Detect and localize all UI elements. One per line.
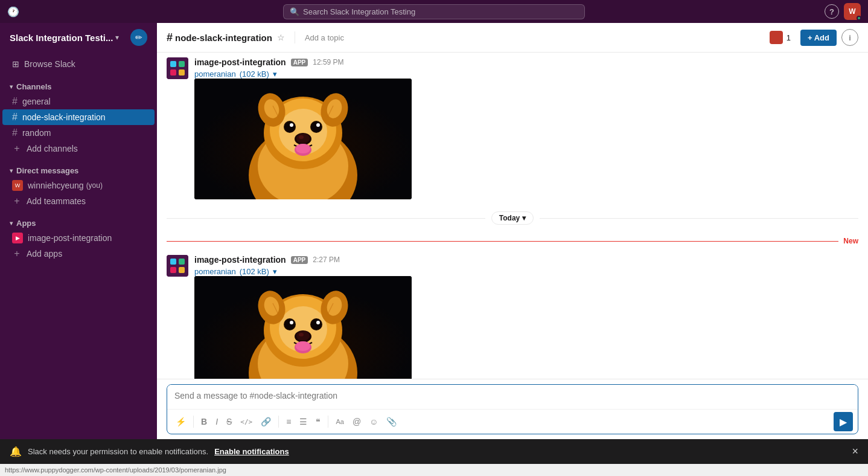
avatar-inner-2 <box>167 255 188 277</box>
channel-header-right: 1 + Add i <box>765 28 858 47</box>
message-area[interactable]: image-post-integration APP 12:59 PM pome… <box>157 53 868 379</box>
message-sender-2[interactable]: image-post-integration <box>194 255 286 265</box>
sidebar-item-add-apps[interactable]: + Add apps <box>2 246 155 262</box>
you-tag: (you) <box>86 181 103 190</box>
user-avatar[interactable]: W <box>844 3 861 20</box>
help-button[interactable]: ? <box>825 4 839 19</box>
sidebar-item-add-channels[interactable]: + Add channels <box>2 141 155 156</box>
message-input[interactable] <box>167 385 858 407</box>
sidebar-item-winniehcyeung[interactable]: W winniehcyeung (you) <box>2 178 155 193</box>
svg-point-51 <box>311 320 321 329</box>
input-box: ⚡ B I S </> 🔗 ≡ ☰ ❝ Aa @ ☺ 📎 <box>167 384 858 434</box>
enable-notifications-link[interactable]: Enable notifications <box>214 447 289 456</box>
plus-icon-apps: + <box>12 248 22 259</box>
message-image-2[interactable] <box>194 276 412 379</box>
lightning-button[interactable]: ⚡ <box>172 414 190 429</box>
members-button[interactable]: 1 <box>765 28 796 47</box>
svg-rect-0 <box>167 57 188 79</box>
notification-close-button[interactable]: × <box>852 445 858 458</box>
sidebar-item-browse-slack[interactable]: ⊞ Browse Slack <box>2 54 155 74</box>
browse-slack-icon: ⊞ <box>12 59 19 69</box>
online-status-dot <box>857 16 861 21</box>
svg-rect-31 <box>167 255 188 277</box>
add-button-label: + Add <box>808 33 829 42</box>
header-divider <box>295 31 295 43</box>
svg-point-54 <box>296 331 310 341</box>
channel-name-label: node-slack-integration <box>175 33 272 43</box>
link-button[interactable]: 🔗 <box>257 414 275 429</box>
emoji-button[interactable]: ☺ <box>366 414 381 429</box>
pomeranian-image-1 <box>194 79 412 199</box>
code-button[interactable]: </> <box>237 416 256 428</box>
message-sender-1[interactable]: image-post-integration <box>194 57 286 67</box>
add-teammates-label: Add teammates <box>27 196 86 206</box>
apps-section-header[interactable]: ▾ Apps <box>0 216 157 230</box>
message-file-1[interactable]: pomeranian (102 kB) ▾ <box>194 69 858 79</box>
notification-text: Slack needs your permission to enable no… <box>28 447 208 456</box>
send-button[interactable]: ▶ <box>834 412 853 431</box>
apps-section-label: Apps <box>16 219 36 228</box>
svg-rect-32 <box>170 259 176 265</box>
channel-topic[interactable]: Add a topic <box>305 33 344 42</box>
message-header-2: image-post-integration APP 2:27 PM <box>194 255 858 265</box>
file-name-2: pomeranian <box>194 267 236 276</box>
browse-slack-label: Browse Slack <box>24 59 75 69</box>
date-badge[interactable]: Today ▾ <box>491 211 534 225</box>
info-button[interactable]: i <box>841 29 858 46</box>
text-format-button[interactable]: Aa <box>332 416 347 428</box>
ordered-list-button[interactable]: ☰ <box>296 414 311 429</box>
sidebar-item-general[interactable]: # general <box>2 94 155 109</box>
italic-button[interactable]: I <box>212 414 222 429</box>
plus-icon-channels: + <box>12 143 22 154</box>
sidebar-item-image-post-integration[interactable]: ▶ image-post-integration <box>2 230 155 246</box>
star-button[interactable]: ☆ <box>277 33 285 42</box>
message-image-1[interactable] <box>194 79 412 199</box>
message-body-1: image-post-integration APP 12:59 PM pome… <box>194 57 858 199</box>
strikethrough-button[interactable]: S <box>223 414 235 429</box>
info-icon: i <box>849 33 851 42</box>
dm-section-header[interactable]: ▾ Direct messages <box>0 164 157 178</box>
sidebar-item-add-teammates[interactable]: + Add teammates <box>2 193 155 209</box>
new-line <box>167 241 838 242</box>
message-file-2[interactable]: pomeranian (102 kB) ▾ <box>194 267 858 276</box>
new-badge: New <box>843 237 858 245</box>
blockquote-button[interactable]: ❝ <box>312 414 324 429</box>
svg-point-18 <box>290 123 293 127</box>
dm-avatar-winnie: W <box>12 180 23 191</box>
sidebar-item-random[interactable]: # random <box>2 125 155 141</box>
top-bar-left: 🕐 <box>7 6 128 18</box>
message-avatar-2 <box>167 255 188 277</box>
svg-point-57 <box>296 341 310 351</box>
sidebar-item-node-slack-integration[interactable]: # node-slack-integration <box>2 109 155 125</box>
hash-icon: # <box>12 96 18 107</box>
workspace-arrow-icon: ▾ <box>115 33 119 42</box>
date-label: Today <box>499 214 520 222</box>
toolbar-divider-2 <box>278 416 279 428</box>
channels-section-header[interactable]: ▾ Channels <box>0 80 157 94</box>
member-count: 1 <box>787 33 791 42</box>
input-area: ⚡ B I S </> 🔗 ≡ ☰ ❝ Aa @ ☺ 📎 <box>157 379 868 439</box>
svg-rect-35 <box>179 267 185 273</box>
app-logo-icon-1 <box>167 57 188 79</box>
svg-point-24 <box>299 135 304 139</box>
channel-random-label: random <box>22 128 51 138</box>
svg-rect-3 <box>170 69 176 76</box>
list-button[interactable]: ≡ <box>282 414 295 429</box>
channels-section-label: Channels <box>16 82 52 91</box>
add-button[interactable]: + Add <box>800 30 837 46</box>
channels-section: ▾ Channels # general # node-slack-integr… <box>0 76 157 160</box>
workspace-header[interactable]: Slack Integration Testi... ▾ ✏ <box>0 23 157 52</box>
channel-hash-icon: # <box>167 31 173 44</box>
compose-button[interactable]: ✏ <box>130 29 147 46</box>
attachment-button[interactable]: 📎 <box>383 414 400 429</box>
app-logo-icon-2 <box>167 255 188 277</box>
date-line-left <box>167 218 485 219</box>
bold-button[interactable]: B <box>197 414 211 429</box>
search-bar[interactable]: 🔍 Search Slack Integration Testing <box>283 4 585 19</box>
mention-button[interactable]: @ <box>349 414 365 429</box>
add-apps-label: Add apps <box>27 249 62 259</box>
top-bar: 🕐 🔍 Search Slack Integration Testing ? W <box>0 0 868 23</box>
message-1: image-post-integration APP 12:59 PM pome… <box>157 53 868 204</box>
app-icon-image-post: ▶ <box>12 233 23 243</box>
history-button[interactable]: 🕐 <box>7 6 19 18</box>
